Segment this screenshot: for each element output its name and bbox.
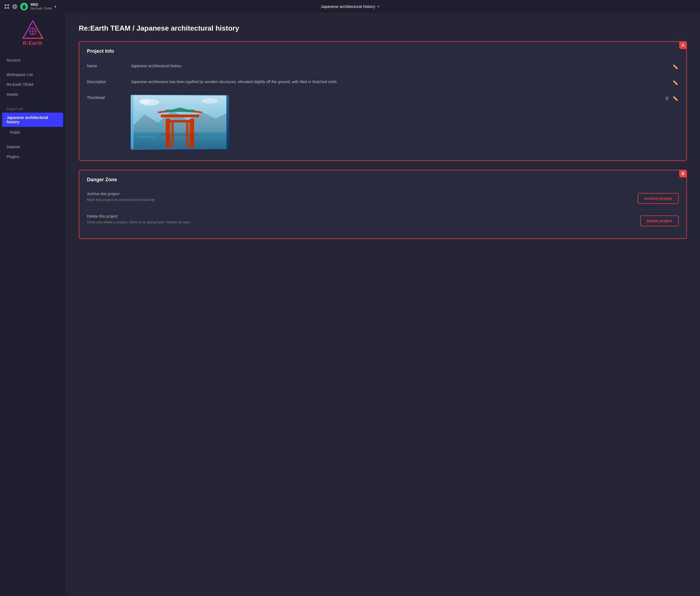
svg-rect-2 bbox=[5, 7, 6, 9]
info-row-thumbnail: Thumbnail bbox=[87, 91, 679, 154]
card-badge-b: B bbox=[679, 170, 687, 177]
info-actions-thumbnail: 🗑 ✏️ bbox=[665, 95, 679, 102]
teamname-label: Re:Earth TEAM bbox=[31, 7, 52, 10]
sidebar-item-public[interactable]: Public bbox=[0, 127, 65, 137]
danger-delete-text: Delete this project Once you delete a pr… bbox=[87, 214, 640, 227]
danger-archive-row: Archive this project Mark this project a… bbox=[87, 192, 679, 205]
sidebar-divider-2 bbox=[4, 67, 61, 68]
username-label: RED bbox=[31, 2, 52, 7]
project-info-card: A Project Info Name Japanese architectur… bbox=[79, 41, 687, 161]
logo-text: R:Earth bbox=[23, 41, 42, 46]
svg-rect-25 bbox=[161, 115, 199, 117]
sidebar-item-account[interactable]: Account bbox=[0, 55, 65, 65]
info-value-description: Japanese architecture has been typified … bbox=[131, 79, 672, 85]
project-info-card-title: Project Info bbox=[87, 48, 679, 54]
svg-point-13 bbox=[24, 6, 25, 7]
sidebar: R:Earth Account Workspace List Re:Earth … bbox=[0, 13, 66, 596]
svg-point-31 bbox=[139, 99, 150, 104]
sidebar-item-assets[interactable]: Assets bbox=[0, 90, 65, 99]
svg-rect-0 bbox=[5, 4, 6, 6]
page-title: Re:Earth TEAM / Japanese architectural h… bbox=[79, 24, 687, 32]
danger-archive-section: Archive this project Mark this project a… bbox=[87, 187, 679, 210]
topbar-left: RED Re:Earth TEAM ▾ bbox=[4, 2, 56, 10]
svg-rect-35 bbox=[161, 134, 199, 136]
archive-section-desc: Mark this project as archived and read-o… bbox=[87, 198, 638, 202]
edit-name-icon[interactable]: ✏️ bbox=[672, 64, 679, 70]
archive-project-button[interactable]: Archive project bbox=[638, 193, 679, 204]
info-actions-name: ✏️ bbox=[672, 63, 679, 70]
info-actions-description: ✏️ bbox=[672, 79, 679, 86]
archive-section-title: Archive this project bbox=[87, 192, 638, 196]
danger-delete-row: Delete this project Once you delete a pr… bbox=[87, 214, 679, 227]
info-row-name: Name Japanese architectural history ✏️ bbox=[87, 59, 679, 75]
svg-rect-34 bbox=[190, 136, 194, 147]
svg-rect-29 bbox=[166, 109, 194, 112]
danger-zone-card-title: Danger Zone bbox=[87, 177, 679, 183]
svg-rect-26 bbox=[166, 120, 194, 123]
svg-rect-22 bbox=[194, 137, 207, 138]
danger-zone-card: B Danger Zone Archive this project Mark … bbox=[79, 170, 687, 239]
delete-section-desc: Once you delete a project, there is no g… bbox=[87, 220, 640, 224]
sidebar-item-dataset[interactable]: Dataset bbox=[0, 142, 65, 152]
sidebar-divider-1 bbox=[4, 52, 61, 52]
info-row-description: Description Japanese architecture has be… bbox=[87, 75, 679, 91]
sidebar-item-japanese-architectural[interactable]: Japanese architectural history bbox=[2, 113, 63, 127]
torii-gate-svg bbox=[133, 95, 226, 149]
svg-rect-33 bbox=[166, 136, 170, 147]
sidebar-item-plugins[interactable]: Plugins bbox=[0, 152, 65, 162]
sidebar-nav: Account Workspace List Re:Earth TEAM Ass… bbox=[0, 54, 65, 163]
delete-section-title: Delete this project bbox=[87, 214, 640, 219]
danger-delete-section: Delete this project Once you delete a pr… bbox=[87, 210, 679, 232]
edit-description-icon[interactable]: ✏️ bbox=[672, 79, 679, 86]
thumbnail-image bbox=[131, 95, 229, 150]
sidebar-item-workspace-list[interactable]: Workspace List bbox=[0, 70, 65, 79]
logo-triangle-icon bbox=[22, 20, 44, 40]
delete-project-button[interactable]: Delete project bbox=[640, 216, 679, 226]
topbar: RED Re:Earth TEAM ▾ Japanese architectur… bbox=[0, 0, 700, 13]
torii-container bbox=[131, 95, 229, 150]
sidebar-item-reearth-team[interactable]: Re:Earth TEAM bbox=[0, 79, 65, 90]
globe-icon[interactable] bbox=[12, 4, 18, 9]
grid-icon[interactable] bbox=[4, 4, 9, 9]
topbar-project-title-area: Japanese architectural history ▾ bbox=[321, 4, 379, 9]
svg-rect-1 bbox=[7, 4, 9, 6]
avatar bbox=[20, 3, 28, 10]
sidebar-logo: R:Earth bbox=[0, 13, 65, 49]
info-label-description: Description bbox=[87, 79, 131, 84]
topbar-user: RED Re:Earth TEAM bbox=[31, 2, 52, 10]
svg-point-32 bbox=[202, 98, 218, 104]
info-label-thumbnail: Thumbnail bbox=[87, 95, 131, 100]
topbar-project-title: Japanese architectural history bbox=[321, 4, 375, 9]
sidebar-section-project-list: Project List bbox=[0, 104, 65, 112]
topbar-user-chevron[interactable]: ▾ bbox=[54, 4, 56, 9]
content-area: Re:Earth TEAM / Japanese architectural h… bbox=[66, 13, 700, 596]
info-value-thumbnail bbox=[131, 95, 665, 150]
info-value-name: Japanese architectural history bbox=[131, 63, 672, 69]
main-layout: R:Earth Account Workspace List Re:Earth … bbox=[0, 13, 700, 596]
sidebar-divider-3 bbox=[4, 101, 61, 102]
delete-thumbnail-icon[interactable]: 🗑 bbox=[665, 95, 670, 101]
danger-archive-text: Archive this project Mark this project a… bbox=[87, 192, 638, 205]
card-badge-a: A bbox=[679, 41, 687, 49]
info-label-name: Name bbox=[87, 63, 131, 68]
edit-thumbnail-icon[interactable]: ✏️ bbox=[672, 95, 679, 102]
svg-rect-3 bbox=[7, 7, 9, 9]
svg-rect-20 bbox=[139, 136, 155, 137]
topbar-project-chevron[interactable]: ▾ bbox=[377, 4, 379, 8]
